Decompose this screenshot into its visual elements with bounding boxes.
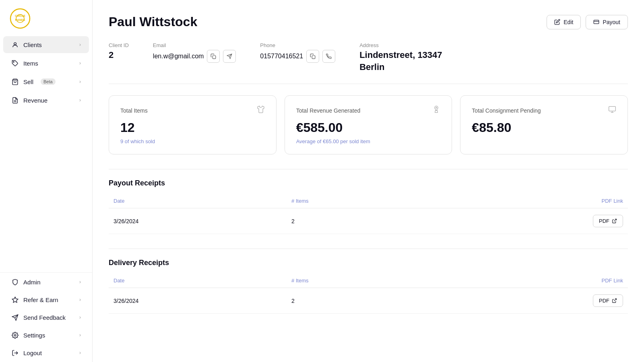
svg-point-12	[14, 334, 16, 336]
payout-pdf-cell: PDF	[424, 208, 628, 234]
chevron-right-icon: ›	[79, 350, 81, 356]
call-phone-button[interactable]	[322, 50, 335, 63]
star-icon	[11, 296, 19, 303]
payout-receipts-section: Payout Receipts Date # Items PDF Link 3/…	[109, 179, 628, 234]
phone-actions: 015770416521	[260, 50, 335, 63]
client-id-value: 2	[109, 50, 129, 60]
edit-icon	[554, 19, 560, 25]
logout-icon	[11, 349, 19, 356]
sidebar-item-clients-label: Clients	[23, 41, 42, 48]
sidebar-item-logout-label: Logout	[23, 350, 42, 356]
delivery-col-items: # Items	[287, 274, 424, 288]
chevron-right-icon: ›	[79, 79, 81, 84]
phone-icon	[326, 53, 332, 59]
beta-badge: Beta	[41, 78, 56, 85]
total-items-sub: 9 of which sold	[120, 138, 265, 144]
payout-col-items: # Items	[287, 194, 424, 208]
sidebar-item-items-label: Items	[23, 60, 38, 67]
sidebar-item-sell-label: Sell	[23, 78, 33, 85]
total-consignment-value: €85.80	[472, 120, 616, 135]
copy-phone-button[interactable]	[306, 50, 319, 63]
payout-button[interactable]: Payout	[586, 15, 628, 29]
delivery-date-cell: 3/26/2024	[109, 288, 287, 314]
address-label: Address	[359, 42, 442, 48]
svg-point-4	[14, 42, 16, 45]
chevron-right-icon: ›	[79, 332, 81, 338]
chevron-right-icon: ›	[79, 297, 81, 302]
sidebar-item-revenue-label: Revenue	[23, 97, 47, 104]
total-revenue-value: €585.00	[296, 120, 441, 135]
svg-point-5	[13, 61, 14, 62]
address-line1: Lindenstreet, 13347	[359, 50, 442, 60]
money-bag-icon	[432, 105, 440, 115]
delivery-receipts-section: Delivery Receipts Date # Items PDF Link …	[109, 259, 628, 314]
payout-col-date: Date	[109, 194, 287, 208]
sidebar-item-admin[interactable]: Admin ›	[3, 274, 89, 290]
delivery-pdf-cell: PDF	[424, 288, 628, 314]
external-link-icon	[612, 298, 617, 303]
payout-pdf-button[interactable]: PDF	[593, 215, 623, 227]
payout-icon	[593, 19, 599, 25]
header-actions: Edit Payout	[547, 15, 628, 29]
phone-value: 015770416521	[260, 53, 303, 60]
sidebar-item-admin-label: Admin	[23, 279, 41, 286]
sidebar-item-refer[interactable]: Refer & Earn ›	[3, 291, 89, 308]
total-items-label: Total Items	[120, 107, 148, 114]
svg-point-20	[436, 107, 437, 109]
external-link-icon	[612, 218, 617, 224]
payout-items-cell: 2	[287, 208, 424, 234]
stat-total-revenue: Total Revenue Generated €585.00 Average …	[285, 95, 452, 154]
consignment-icon	[608, 105, 616, 115]
tag-icon	[11, 60, 19, 67]
sidebar-item-sell[interactable]: Sell Beta ›	[3, 73, 89, 90]
receipt-icon	[11, 97, 19, 104]
payout-col-pdf: PDF Link	[424, 194, 628, 208]
client-phone-block: Phone 015770416521	[260, 42, 335, 72]
payout-receipts-table: Date # Items PDF Link 3/26/2024 2 PDF	[109, 194, 628, 234]
delivery-receipts-title: Delivery Receipts	[109, 259, 628, 267]
payout-date-cell: 3/26/2024	[109, 208, 287, 234]
email-actions: len.w@gmail.com	[153, 50, 236, 63]
svg-rect-16	[213, 56, 216, 59]
sidebar-item-refer-label: Refer & Earn	[23, 296, 58, 303]
total-revenue-label: Total Revenue Generated	[296, 107, 361, 114]
payout-receipts-title: Payout Receipts	[109, 179, 628, 187]
gear-icon	[11, 331, 19, 339]
sidebar-item-clients[interactable]: Clients ›	[3, 36, 89, 53]
cart-icon	[11, 78, 19, 85]
stat-total-items: Total Items 12 9 of which sold	[109, 95, 277, 154]
client-address-block: Address Lindenstreet, 13347 Berlin	[359, 42, 442, 72]
page-header: Paul Wittstock Edit Payout	[109, 14, 628, 29]
client-info: Client ID 2 Email len.w@gmail.com Phone …	[109, 42, 628, 84]
client-id-block: Client ID 2	[109, 42, 129, 72]
stat-total-consignment: Total Consignment Pending €85.80	[460, 95, 628, 154]
sidebar-item-settings-label: Settings	[23, 332, 45, 339]
email-label: Email	[153, 42, 236, 48]
total-items-value: 12	[120, 120, 265, 135]
divider-2	[109, 249, 628, 249]
total-consignment-label: Total Consignment Pending	[472, 107, 541, 114]
copy-email-button[interactable]	[207, 50, 220, 63]
table-row: 3/26/2024 2 PDF	[109, 208, 628, 234]
sidebar-item-revenue[interactable]: Revenue ›	[3, 92, 89, 109]
sidebar-item-feedback-label: Send Feedback	[23, 314, 66, 321]
svg-line-24	[614, 219, 616, 222]
sidebar-item-settings[interactable]: Settings ›	[3, 327, 89, 343]
phone-label: Phone	[260, 42, 335, 48]
delivery-pdf-button[interactable]: PDF	[593, 294, 623, 307]
total-revenue-sub: Average of €65.00 per sold item	[296, 138, 441, 144]
delivery-receipts-table: Date # Items PDF Link 3/26/2024 2 PDF	[109, 274, 628, 314]
svg-rect-14	[594, 20, 599, 24]
app-logo: CIRCLE HANDS	[10, 8, 31, 29]
table-row: 3/26/2024 2 PDF	[109, 288, 628, 314]
edit-button[interactable]: Edit	[547, 15, 581, 29]
chevron-right-icon: ›	[79, 315, 81, 320]
svg-rect-21	[609, 107, 616, 111]
send-email-button[interactable]	[223, 50, 236, 63]
sidebar-item-items[interactable]: Items ›	[3, 55, 89, 72]
sidebar-item-feedback[interactable]: Send Feedback ›	[3, 309, 89, 326]
page-title: Paul Wittstock	[109, 14, 197, 29]
stats-row: Total Items 12 9 of which sold Total Rev…	[109, 95, 628, 154]
sidebar-item-logout[interactable]: Logout ›	[3, 344, 89, 361]
delivery-items-cell: 2	[287, 288, 424, 314]
